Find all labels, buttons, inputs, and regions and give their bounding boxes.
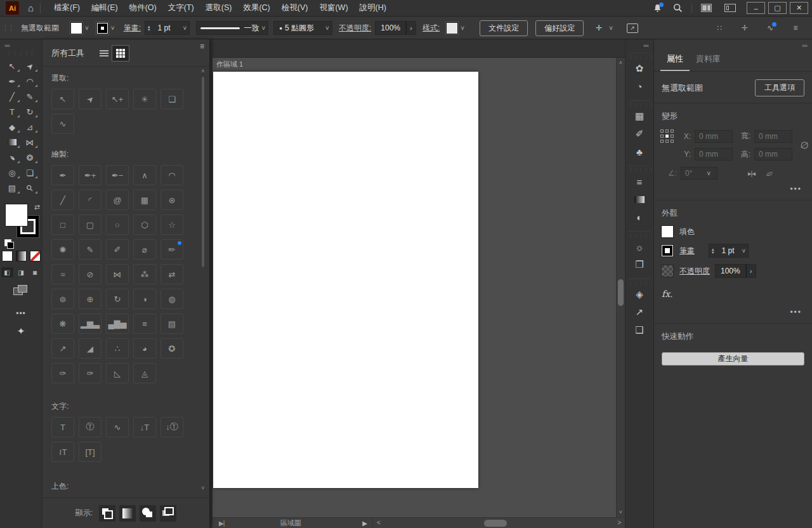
type-tool[interactable]: T	[51, 417, 74, 437]
shaper-tool[interactable]: ⌀	[133, 239, 156, 260]
area-type-tool[interactable]: Ⓣ	[79, 417, 102, 437]
symbol-stainer-tool[interactable]: ◑	[133, 289, 156, 309]
blob-brush-tool[interactable]: ✐	[106, 239, 129, 260]
swatches-panel-button[interactable]: ▦	[630, 107, 649, 125]
fill-color-box[interactable]	[6, 204, 27, 226]
symbol-scruncher-tool[interactable]: ⊚	[51, 289, 74, 309]
line-graph-tool[interactable]: ↗	[51, 338, 74, 359]
symbol-sprayer-tool[interactable]: ⁂	[133, 264, 156, 284]
stroke-panel-button[interactable]: ≡	[630, 173, 649, 190]
pixel-grid-icon[interactable]: ∷	[712, 22, 727, 34]
vertical-type-tool[interactable]: ↓T	[133, 417, 156, 437]
toolbar-grip[interactable]: ⋮⋮⋮⋮⋮	[0, 50, 42, 56]
chevron-down-icon[interactable]: ˅	[259, 25, 268, 32]
selection-options-icon[interactable]: ✛	[591, 22, 606, 34]
dock-grip[interactable]: ⋮⋮⋮⋮⋮	[629, 168, 650, 173]
symbol-screener-tool[interactable]: ◍	[160, 289, 183, 309]
snap-options-icon[interactable]: ✛	[737, 22, 752, 34]
dock-grip[interactable]: ⋮⋮⋮⋮⋮	[629, 102, 650, 107]
menu-help[interactable]: 說明(H)	[354, 0, 392, 16]
stroke-link[interactable]: 筆畫:	[124, 23, 141, 34]
generative-spark-icon[interactable]: ✦	[0, 326, 42, 337]
area-graph-tool[interactable]: ◢	[79, 338, 102, 359]
style-picker[interactable]: ˅	[446, 22, 467, 34]
horizontal-scrollbar[interactable]: ˂ ˃	[372, 518, 625, 528]
appearance-panel-button[interactable]: ☼	[630, 238, 649, 256]
smooth-tool[interactable]: ≈	[51, 264, 74, 284]
notifications-bell-icon[interactable]	[650, 2, 665, 15]
collapse-toolbar-icon[interactable]: ««	[0, 39, 42, 49]
menu-file[interactable]: 檔案(F)	[48, 0, 86, 16]
star-tool[interactable]: ☆	[160, 214, 183, 235]
stacked-bar-graph-tool[interactable]: ▤	[160, 314, 183, 334]
export-panel-button[interactable]: ↗	[630, 303, 649, 321]
pen-tool[interactable]: ✒	[3, 74, 21, 89]
show-shape-button[interactable]	[140, 505, 156, 522]
expand-panel-icon[interactable]: »»	[802, 43, 807, 49]
smart-guides-icon[interactable]: ∿	[763, 22, 778, 34]
x-field[interactable]: 0 mm	[695, 130, 733, 143]
artboard-tool[interactable]: ❏	[21, 165, 39, 180]
scatter-graph-tool[interactable]: ∴	[106, 338, 129, 359]
scroll-down-icon[interactable]: ˅	[617, 509, 625, 515]
status-expand-icon[interactable]: ▶	[362, 520, 367, 527]
workspace-switcher-icon[interactable]	[698, 2, 714, 15]
menu-select[interactable]: 選取(S)	[200, 0, 238, 16]
rectangular-grid-tool[interactable]: ▦	[133, 190, 156, 210]
control-bar-grip[interactable]: ⋮⋮	[2, 24, 13, 32]
drawer-panel-menu-icon[interactable]: ≡	[200, 42, 204, 51]
group-selection-tool[interactable]: ↖+	[106, 89, 129, 109]
perspective-grid-tool[interactable]: ◺	[106, 363, 129, 383]
scale-tool[interactable]: ⊿	[21, 119, 39, 135]
opacity-link[interactable]: 不透明度	[679, 266, 710, 277]
zoom-tool[interactable]: ⚲	[21, 180, 39, 195]
share-document-icon[interactable]: ↗	[627, 23, 638, 33]
symbol-spinner-tool[interactable]: ↻	[106, 289, 129, 309]
none-button[interactable]	[30, 251, 40, 261]
stepper-icons[interactable]: ▴▾	[709, 248, 717, 254]
opacity-value[interactable]: 100%	[376, 23, 405, 32]
fill-color-picker[interactable]: ˅	[70, 22, 91, 34]
symbols-panel-button[interactable]: ♣	[630, 143, 649, 161]
paintbrush-tool[interactable]: ✎	[79, 239, 102, 260]
color-button[interactable]	[3, 251, 12, 261]
preferences-button[interactable]: 偏好設定	[535, 20, 584, 36]
nib-pen-tool[interactable]: ✑	[51, 363, 74, 383]
pencil-tool[interactable]: ✏	[160, 239, 183, 260]
stroke-weight-field[interactable]: ▴▾ 1 pt ˅	[709, 244, 749, 258]
style-link[interactable]: 樣式:	[422, 23, 440, 34]
list-view-icon[interactable]	[96, 46, 112, 61]
line-segment-tool[interactable]: ╱	[51, 190, 74, 210]
stepper-icons[interactable]: ▴▾	[145, 25, 153, 31]
spiral-tool[interactable]: @	[106, 190, 129, 210]
polar-grid-tool[interactable]: ⊛	[160, 190, 183, 210]
type-tool[interactable]: T	[3, 104, 21, 119]
tab-properties[interactable]: 屬性	[660, 50, 690, 71]
symbol-sizer-tool[interactable]: ⊕	[79, 289, 102, 309]
delete-anchor-point-tool[interactable]: ✒−	[106, 165, 129, 185]
generate-vectors-button[interactable]: 產生向量	[662, 352, 804, 366]
fill-label[interactable]: 填色	[679, 227, 695, 237]
horizontal-scrollbar-thumb[interactable]	[484, 520, 507, 527]
brushes-panel-button[interactable]: ✐	[630, 125, 649, 143]
artboard[interactable]	[213, 72, 478, 488]
draw-behind-mode-button[interactable]: ◨	[15, 267, 27, 277]
artboard-navigation-dropdown[interactable]: 區域圖	[224, 518, 357, 528]
line-segment-tool[interactable]: ╱	[3, 89, 21, 104]
add-anchor-point-tool[interactable]: ✒+	[79, 165, 102, 185]
flip-vertical-icon[interactable]: ▵▿	[766, 169, 772, 178]
graphic-styles-panel-button[interactable]: ❐	[630, 256, 649, 274]
stroke-weight-field[interactable]: ▴▾ 1 pt ˅	[145, 21, 190, 35]
collapse-dock-icon[interactable]: ««	[625, 39, 653, 50]
document-setup-button[interactable]: 文件設定	[480, 20, 528, 36]
menu-edit[interactable]: 編輯(E)	[86, 0, 124, 16]
artboards-panel-button[interactable]: ❑	[630, 321, 649, 339]
lasso-tool[interactable]: ∿	[51, 114, 74, 134]
tool-options-button[interactable]: 工具選項	[755, 79, 804, 96]
type-on-path-tool[interactable]: ∿	[106, 417, 129, 437]
height-field[interactable]: 0 mm	[754, 148, 792, 161]
eyedropper-tool[interactable]: ✒	[3, 150, 21, 165]
show-gradient-button[interactable]	[119, 505, 136, 522]
close-button[interactable]: ✕	[790, 2, 808, 14]
fx-button[interactable]: fx.	[654, 281, 812, 299]
